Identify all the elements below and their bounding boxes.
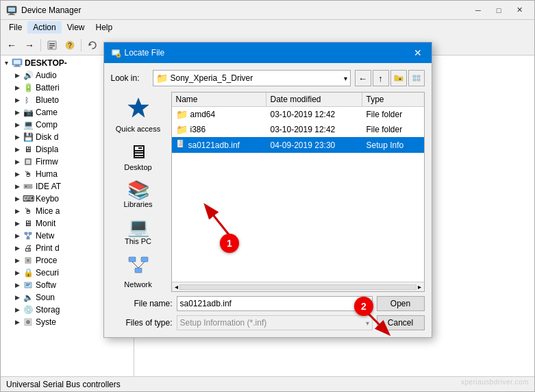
nav-view-button[interactable] (408, 70, 425, 86)
open-button[interactable]: Open (377, 296, 425, 311)
cancel-button[interactable]: Cancel (377, 315, 425, 330)
file-type-i386: File folder (362, 124, 424, 135)
col-type: Type (362, 93, 424, 106)
libraries-icon: 📚 (127, 181, 149, 199)
folder-icon-i386: 📁 (176, 124, 188, 135)
look-in-combo[interactable]: 📁 Sony_Xperia_5_Driver ▾ (153, 70, 351, 86)
svg-marker-46 (128, 98, 149, 117)
file-name-cell: 📁 i386 (172, 123, 266, 136)
quickaccess-label: Quick access (116, 125, 160, 133)
filetype-row: Files of type: Setup Information (*.inf)… (111, 315, 425, 330)
inf-file-icon (176, 139, 186, 151)
locate-file-dialog: Locate File ✕ Look in: 📁 Sony_Xperia_5_D… (103, 42, 432, 338)
dialog-title-icon (111, 48, 121, 58)
svg-rect-48 (141, 257, 148, 262)
libraries-label: Libraries (123, 200, 152, 208)
file-list-container: Name Date modified Type 📁 amd64 (171, 92, 425, 292)
file-name-cell: 📁 amd64 (172, 108, 266, 121)
file-row-selected[interactable]: sa0121adb.inf 04-09-2019 23:30 Setup Inf… (172, 137, 424, 153)
filetype-label: Files of type: (111, 318, 173, 328)
desktop-icon: 🖥 (129, 143, 148, 162)
device-manager-window: Device Manager ─ □ ✕ File Action View He… (0, 0, 535, 392)
folder-icon: 📁 (156, 73, 168, 84)
file-date-inf: 04-09-2019 23:30 (266, 140, 362, 151)
filename-row: File name: sa0121adb.inf ▾ Open (111, 296, 425, 311)
scrollbar-track[interactable] (179, 284, 416, 290)
annotation-1-label: 1 (227, 238, 232, 249)
file-name-i386: i386 (190, 125, 206, 134)
sidebar-item-thispc[interactable]: 💻 This PC (114, 215, 163, 249)
nav-up-button[interactable]: ↑ (373, 70, 389, 86)
sidebar-item-libraries[interactable]: 📚 Libraries (114, 177, 163, 212)
file-date-i386: 03-10-2019 12:42 (266, 124, 362, 135)
file-row[interactable]: 📁 amd64 03-10-2019 12:42 File folder (172, 107, 424, 122)
file-type-amd64: File folder (362, 109, 424, 120)
file-list-scrollbar: ◂ ▸ (172, 282, 424, 291)
dialog-titlebar: Locate File ✕ (104, 42, 432, 63)
file-list-header: Name Date modified Type (172, 93, 424, 107)
filename-input[interactable]: sa0121adb.inf ▾ (177, 296, 373, 311)
dialog-body: Look in: 📁 Sony_Xperia_5_Driver ▾ ← ↑ (104, 63, 432, 337)
svg-rect-44 (413, 79, 416, 81)
filetype-combo[interactable]: Setup Information (*.inf) ▾ (177, 315, 373, 330)
file-name-amd64: amd64 (190, 110, 216, 119)
quickaccess-icon (126, 95, 151, 123)
nav-new-folder-button[interactable] (390, 70, 407, 86)
nav-back-button[interactable]: ← (355, 70, 371, 86)
scroll-left-button[interactable]: ◂ (173, 283, 179, 291)
annotation-circle-2: 2 (354, 297, 373, 316)
file-list: 📁 amd64 03-10-2019 12:42 File folder 📁 (172, 107, 424, 282)
sidebar-item-network[interactable]: Network (114, 252, 163, 292)
filename-value: sa0121adb.inf (180, 299, 366, 308)
annotation-circle-1: 1 (220, 234, 239, 253)
svg-rect-42 (413, 75, 416, 77)
desktop-label: Desktop (124, 163, 151, 171)
file-name-inf: sa0121adb.inf (188, 140, 240, 150)
filename-label: File name: (111, 299, 173, 308)
file-date-amd64: 03-10-2019 12:42 (266, 109, 362, 120)
scroll-right-button[interactable]: ▸ (416, 283, 423, 291)
thispc-label: This PC (125, 237, 151, 245)
look-in-label: Look in: (111, 73, 149, 83)
sidebar-item-quickaccess[interactable]: Quick access (114, 92, 163, 136)
dialog-content: Quick access 🖥 Desktop 📚 Libraries (111, 92, 425, 292)
svg-rect-43 (417, 75, 420, 77)
folder-icon-amd64: 📁 (176, 109, 188, 120)
dialog-overlay: Locate File ✕ Look in: 📁 Sony_Xperia_5_D… (1, 1, 534, 391)
annotation-2-label: 2 (361, 301, 366, 312)
svg-rect-47 (129, 257, 136, 262)
filetype-value: Setup Information (*.inf) (180, 318, 366, 328)
filetype-combo-arrow[interactable]: ▾ (366, 319, 369, 327)
dialog-sidebar: Quick access 🖥 Desktop 📚 Libraries (111, 92, 166, 292)
look-in-row: Look in: 📁 Sony_Xperia_5_Driver ▾ ← ↑ (111, 70, 425, 86)
dialog-title-text: Locate File (125, 48, 165, 58)
thispc-icon: 💻 (127, 218, 149, 236)
network-label: Network (124, 280, 151, 289)
svg-rect-53 (180, 140, 183, 143)
col-name[interactable]: Name (172, 93, 266, 106)
dialog-close-button[interactable]: ✕ (411, 46, 425, 60)
network-icon (127, 255, 150, 279)
svg-line-50 (132, 262, 138, 268)
file-name-cell: sa0121adb.inf (172, 138, 266, 151)
col-date[interactable]: Date modified (266, 93, 362, 106)
look-in-value: Sony_Xperia_5_Driver (171, 73, 253, 83)
svg-line-51 (138, 262, 145, 268)
combo-dropdown-arrow[interactable]: ▾ (344, 75, 347, 82)
sidebar-item-desktop[interactable]: 🖥 Desktop (114, 139, 163, 175)
svg-rect-45 (417, 79, 420, 81)
look-in-nav-buttons: ← ↑ (355, 70, 425, 86)
svg-rect-49 (135, 268, 142, 273)
file-row[interactable]: 📁 i386 03-10-2019 12:42 File folder (172, 122, 424, 137)
file-type-inf: Setup Info (362, 140, 424, 151)
